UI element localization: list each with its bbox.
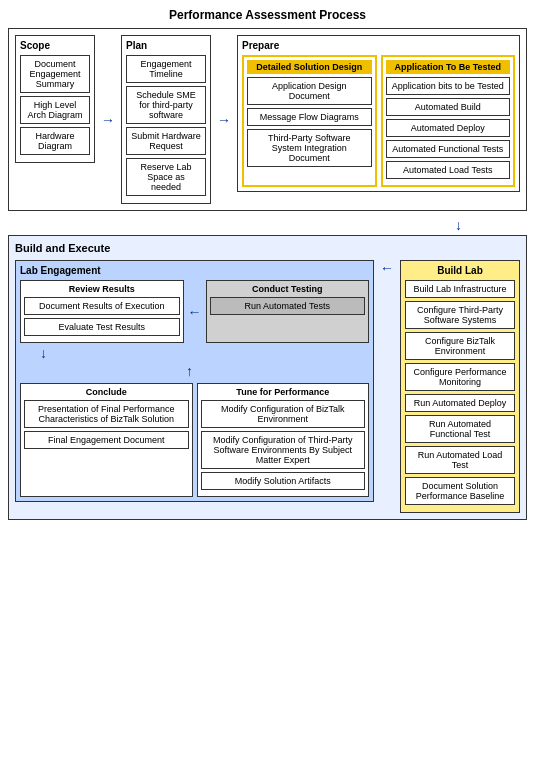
- plan-item-3: Submit Hardware Request: [126, 127, 206, 155]
- lab-engagement-title: Lab Engagement: [20, 265, 369, 276]
- build-lab-item-7: Run Automated Load Test: [405, 446, 515, 474]
- build-lab-title: Build Lab: [405, 265, 515, 276]
- arrow-scope-plan: →: [99, 112, 117, 128]
- plan-item-1: Engagement Timeline: [126, 55, 206, 83]
- detailed-item-1: Application Design Document: [247, 77, 372, 105]
- app-tested-item-1: Application bits to be Tested: [386, 77, 511, 95]
- conduct-item-1: Run Automated Tests: [210, 297, 366, 315]
- app-tested-item-5: Automated Load Tests: [386, 161, 511, 179]
- plan-title: Plan: [126, 40, 206, 51]
- scope-title: Scope: [20, 40, 90, 51]
- conclude-title: Conclude: [24, 387, 189, 397]
- plan-item-4: Reserve Lab Space as needed: [126, 158, 206, 196]
- tune-title: Tune for Performance: [201, 387, 366, 397]
- arrow-conduct-review: ←: [188, 280, 202, 343]
- plan-item-2: Schedule SME for third-party software: [126, 86, 206, 124]
- bottom-title: Build and Execute: [15, 242, 520, 254]
- page-title: Performance Assessment Process: [8, 8, 527, 22]
- tune-performance-box: Tune for Performance Modify Configuratio…: [197, 383, 370, 497]
- app-tested-box: Application To Be Tested Application bit…: [381, 55, 516, 187]
- scope-item-2: High Level Arch Diagram: [20, 96, 90, 124]
- scope-column: Scope Document Engagement Summary High L…: [15, 35, 95, 163]
- detailed-item-3: Third-Party Software System Integration …: [247, 129, 372, 167]
- lab-engagement-box: Lab Engagement Review Results Document R…: [15, 260, 374, 502]
- app-tested-item-4: Automated Functional Tests: [386, 140, 511, 158]
- conduct-testing-box: Conduct Testing Run Automated Tests: [206, 280, 370, 343]
- build-lab-item-8: Document Solution Performance Baseline: [405, 477, 515, 505]
- app-tested-title: Application To Be Tested: [386, 60, 511, 74]
- arrow-down-main: ↓: [8, 217, 527, 233]
- prepare-title: Prepare: [242, 40, 515, 51]
- app-tested-item-2: Automated Build: [386, 98, 511, 116]
- tune-item-2: Modify Configuration of Third-Party Soft…: [201, 431, 366, 469]
- plan-column: Plan Engagement Timeline Schedule SME fo…: [121, 35, 211, 204]
- bottom-section: Build and Execute Lab Engagement Review …: [8, 235, 527, 520]
- build-lab-item-6: Run Automated Functional Test: [405, 415, 515, 443]
- tune-item-3: Modify Solution Artifacts: [201, 472, 366, 490]
- detailed-item-2: Message Flow Diagrams: [247, 108, 372, 126]
- detailed-design-box: Detailed Solution Design Application Des…: [242, 55, 377, 187]
- app-tested-item-3: Automated Deploy: [386, 119, 511, 137]
- arrow-up-tune: ↑: [20, 363, 369, 379]
- conclude-box: Conclude Presentation of Final Performan…: [20, 383, 193, 497]
- tune-item-1: Modify Configuration of BizTalk Environm…: [201, 400, 366, 428]
- build-lab-item-5: Run Automated Deploy: [405, 394, 515, 412]
- build-lab-box: Build Lab Build Lab Infrastructure Confi…: [400, 260, 520, 513]
- scope-item-1: Document Engagement Summary: [20, 55, 90, 93]
- conclude-item-2: Final Engagement Document: [24, 431, 189, 449]
- detailed-design-title: Detailed Solution Design: [247, 60, 372, 74]
- arrow-buildlab-lab: ←: [380, 260, 394, 276]
- arrow-plan-prepare: →: [215, 112, 233, 128]
- conclude-item-1: Presentation of Final Performance Charac…: [24, 400, 189, 428]
- top-section: Scope Document Engagement Summary High L…: [8, 28, 527, 211]
- arrow-down-review: ↓: [20, 345, 369, 361]
- scope-item-3: Hardware Diagram: [20, 127, 90, 155]
- build-lab-item-4: Configure Performance Monitoring: [405, 363, 515, 391]
- review-item-2: Evaluate Test Results: [24, 318, 180, 336]
- conduct-testing-title: Conduct Testing: [210, 284, 366, 294]
- prepare-section: Prepare Detailed Solution Design Applica…: [237, 35, 520, 192]
- build-lab-item-2: Configure Third-Party Software Systems: [405, 301, 515, 329]
- review-results-title: Review Results: [24, 284, 180, 294]
- review-item-1: Document Results of Execution: [24, 297, 180, 315]
- build-lab-item-3: Configure BizTalk Environment: [405, 332, 515, 360]
- build-lab-item-1: Build Lab Infrastructure: [405, 280, 515, 298]
- review-results-box: Review Results Document Results of Execu…: [20, 280, 184, 343]
